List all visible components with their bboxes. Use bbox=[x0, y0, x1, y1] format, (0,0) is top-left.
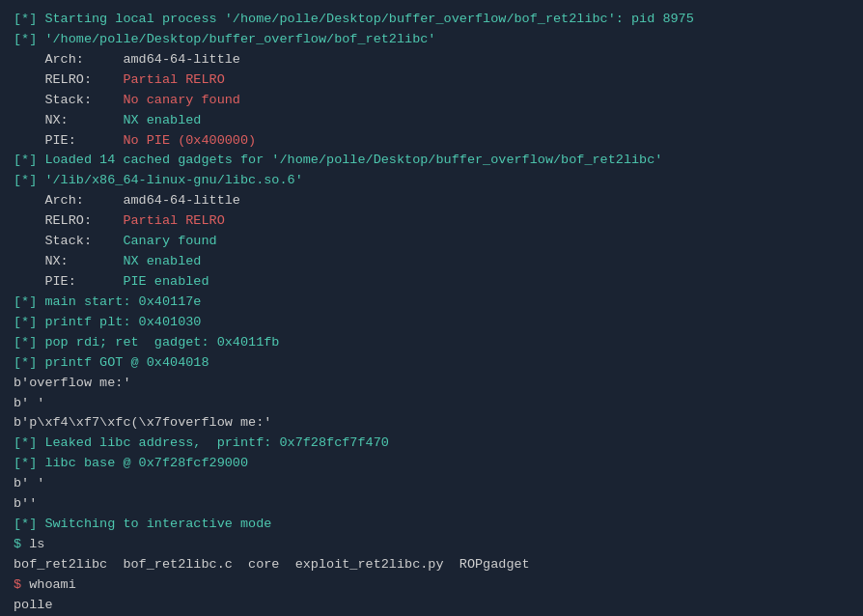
terminal-line: PIE: No PIE (0x400000) bbox=[14, 131, 849, 152]
terminal-line: NX: NX enabled bbox=[14, 252, 849, 272]
terminal-text: $ bbox=[14, 577, 29, 592]
terminal-line: [*] '/lib/x86_64-linux-gnu/libc.so.6' bbox=[14, 171, 849, 191]
terminal-text: Arch: amd64-64-little bbox=[14, 193, 240, 208]
terminal-line: Arch: amd64-64-little bbox=[14, 191, 849, 211]
terminal-line: Arch: amd64-64-little bbox=[14, 50, 849, 70]
terminal-text: [*] main start: 0x40117e bbox=[14, 294, 201, 309]
terminal-text: [*] printf GOT @ 0x404018 bbox=[14, 355, 209, 370]
terminal-output: [*] Starting local process '/home/polle/… bbox=[14, 10, 849, 616]
terminal-line: [*] main start: 0x40117e bbox=[14, 293, 849, 313]
terminal-text: PIE: bbox=[14, 133, 123, 148]
terminal-text: whoami bbox=[29, 577, 76, 592]
terminal-line: [*] printf plt: 0x401030 bbox=[14, 313, 849, 333]
terminal-line: b'p\xf4\xf7\xfc(\x7foverflow me:' bbox=[14, 413, 849, 434]
terminal-text: b'overflow me:' bbox=[14, 376, 131, 390]
terminal-text: NX: bbox=[14, 254, 123, 268]
terminal-text: [*] '/lib/x86_64-linux-gnu/libc.so.6' bbox=[14, 173, 303, 187]
terminal-text: PIE enabled bbox=[123, 274, 209, 289]
terminal-text: [*] Leaked libc address, printf: 0x7f28f… bbox=[14, 435, 389, 450]
terminal-line: RELRO: Partial RELRO bbox=[14, 211, 849, 232]
terminal-text: $ bbox=[14, 537, 29, 551]
terminal-line: [*] libc base @ 0x7f28fcf29000 bbox=[14, 454, 849, 474]
terminal-line: b'' bbox=[14, 494, 849, 515]
terminal-text: Canary found bbox=[123, 234, 216, 248]
terminal-line: NX: NX enabled bbox=[14, 111, 849, 131]
terminal-line: $ ls bbox=[14, 535, 849, 555]
terminal-text: [*] Switching to interactive mode bbox=[14, 517, 271, 531]
terminal-line: Stack: No canary found bbox=[14, 91, 849, 111]
terminal-text: No PIE (0x400000) bbox=[123, 133, 256, 148]
terminal-line: b' ' bbox=[14, 474, 849, 494]
terminal-line: polle bbox=[14, 596, 849, 616]
terminal-line: bof_ret2libc bof_ret2libc.c core exploit… bbox=[14, 555, 849, 575]
terminal-text: ls bbox=[29, 537, 44, 551]
terminal-line: [*] Loaded 14 cached gadgets for '/home/… bbox=[14, 151, 849, 171]
terminal-text: bof_ret2libc bof_ret2libc.c core exploit… bbox=[14, 557, 530, 572]
terminal-text: polle bbox=[14, 598, 53, 612]
terminal-text: b'' bbox=[14, 496, 37, 511]
terminal-text: b' ' bbox=[14, 396, 44, 410]
terminal-window[interactable]: [*] Starting local process '/home/polle/… bbox=[0, 0, 863, 616]
terminal-line: [*] pop rdi; ret gadget: 0x4011fb bbox=[14, 333, 849, 353]
terminal-text: [*] Loaded 14 cached gadgets for '/home/… bbox=[14, 153, 662, 167]
terminal-line: b' ' bbox=[14, 394, 849, 414]
terminal-text: [*] pop rdi; ret gadget: 0x4011fb bbox=[14, 335, 279, 350]
terminal-line: [*] Starting local process '/home/polle/… bbox=[14, 10, 849, 30]
terminal-text: Stack: bbox=[14, 234, 123, 248]
terminal-text: No canary found bbox=[123, 93, 240, 107]
terminal-text: [*] libc base @ 0x7f28fcf29000 bbox=[14, 456, 248, 470]
terminal-text: RELRO: bbox=[14, 72, 123, 87]
terminal-text: NX: bbox=[14, 113, 123, 127]
terminal-line: $ whoami bbox=[14, 575, 849, 596]
terminal-text: [*] '/home/polle/Desktop/buffer_overflow… bbox=[14, 32, 435, 46]
terminal-text: b' ' bbox=[14, 476, 44, 490]
terminal-line: b'overflow me:' bbox=[14, 374, 849, 394]
terminal-line: PIE: PIE enabled bbox=[14, 272, 849, 293]
terminal-text: NX enabled bbox=[123, 254, 201, 268]
terminal-text: NX enabled bbox=[123, 113, 201, 127]
terminal-text: Arch: amd64-64-little bbox=[14, 52, 240, 67]
terminal-text: Partial RELRO bbox=[123, 213, 224, 228]
terminal-text: [*] printf plt: 0x401030 bbox=[14, 315, 201, 329]
terminal-text: PIE: bbox=[14, 274, 123, 289]
terminal-line: [*] Leaked libc address, printf: 0x7f28f… bbox=[14, 434, 849, 454]
terminal-line: RELRO: Partial RELRO bbox=[14, 70, 849, 91]
terminal-text: RELRO: bbox=[14, 213, 123, 228]
terminal-text: Stack: bbox=[14, 93, 123, 107]
terminal-text: [*] Starting local process '/home/polle/… bbox=[14, 12, 694, 26]
terminal-line: [*] printf GOT @ 0x404018 bbox=[14, 353, 849, 374]
terminal-text: b'p\xf4\xf7\xfc(\x7foverflow me:' bbox=[14, 415, 271, 430]
terminal-line: Stack: Canary found bbox=[14, 232, 849, 252]
terminal-line: [*] '/home/polle/Desktop/buffer_overflow… bbox=[14, 30, 849, 50]
terminal-line: [*] Switching to interactive mode bbox=[14, 515, 849, 535]
terminal-text: Partial RELRO bbox=[123, 72, 224, 87]
